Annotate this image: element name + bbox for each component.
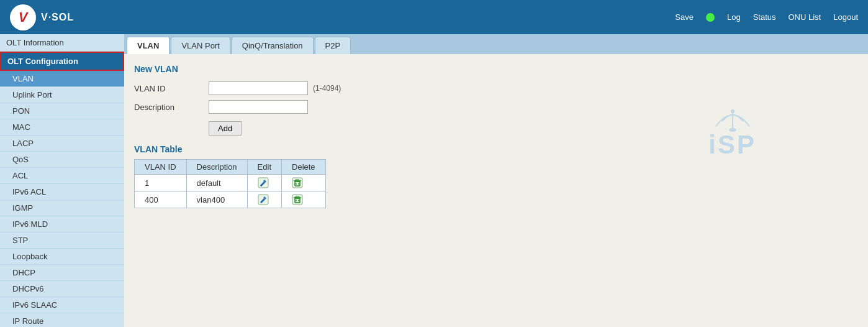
status-link[interactable]: Status — [753, 12, 776, 22]
description-label: Description — [134, 103, 209, 112]
main-layout: OLT Information OLT Configuration VLAN U… — [0, 34, 868, 327]
col-header-delete: Delete — [282, 160, 326, 175]
delete-cell — [282, 175, 326, 191]
sidebar-item-stp[interactable]: STP — [0, 233, 124, 249]
sidebar-item-acl[interactable]: ACL — [0, 168, 124, 184]
sidebar-item-dhcp[interactable]: DHCP — [0, 265, 124, 281]
sidebar-item-mac[interactable]: MAC — [0, 119, 124, 136]
status-indicator — [706, 13, 715, 22]
add-button[interactable]: Add — [209, 121, 242, 136]
description-cell: default — [186, 175, 247, 191]
new-vlan-title: New VLAN — [134, 64, 858, 74]
tab-p2p[interactable]: P2P — [315, 37, 351, 54]
save-button[interactable]: Save — [675, 12, 694, 22]
tab-qinq-translation[interactable]: QinQ/Translation — [232, 37, 314, 54]
logo-circle: V — [10, 4, 36, 30]
description-row: Description — [134, 100, 858, 114]
tab-vlan-port[interactable]: VLAN Port — [171, 37, 230, 54]
sidebar-item-ipv6-acl[interactable]: IPv6 ACL — [0, 184, 124, 200]
sidebar-item-igmp[interactable]: IGMP — [0, 200, 124, 216]
sidebar-item-ipv6-mld[interactable]: IPv6 MLD — [0, 216, 124, 233]
tab-vlan[interactable]: VLAN — [127, 37, 170, 54]
description-input[interactable] — [209, 100, 308, 114]
tab-bar: VLAN VLAN Port QinQ/Translation P2P — [124, 34, 868, 54]
logo-area: V V·SOL — [10, 4, 134, 30]
sidebar-olt-info[interactable]: OLT Information — [0, 34, 124, 52]
top-right-nav: Save Log Status ONU List Logout — [675, 12, 858, 22]
delete-button-row1[interactable] — [292, 177, 303, 188]
sidebar-olt-config[interactable]: OLT Configuration — [0, 52, 124, 71]
delete-button-row2[interactable] — [292, 194, 303, 205]
edit-button-row1[interactable] — [258, 177, 269, 188]
vlan-id-hint: (1-4094) — [313, 84, 341, 93]
sidebar-item-ipv6-slaac[interactable]: IPv6 SLAAC — [0, 297, 124, 313]
sidebar-item-uplink-port[interactable]: Uplink Port — [0, 87, 124, 103]
sidebar-item-dhcpv6[interactable]: DHCPv6 — [0, 281, 124, 297]
vlan-id-input[interactable] — [209, 81, 308, 95]
content-area: VLAN VLAN Port QinQ/Translation P2P New … — [124, 34, 868, 327]
sidebar-item-lacp[interactable]: LACP — [0, 136, 124, 152]
logo-v-icon: V — [19, 9, 28, 25]
onu-list-link[interactable]: ONU List — [789, 12, 821, 22]
vlan-id-cell: 400 — [135, 191, 187, 208]
vlan-id-label: VLAN ID — [134, 84, 209, 93]
brand-name: V·SOL — [41, 12, 74, 23]
sidebar-item-qos[interactable]: QoS — [0, 152, 124, 168]
content-body: New VLAN VLAN ID (1-4094) Description Ad… — [124, 54, 868, 327]
col-header-edit: Edit — [247, 160, 281, 175]
table-row: 1 default — [135, 175, 326, 191]
delete-icon — [292, 177, 303, 188]
edit-button-row2[interactable] — [258, 194, 269, 205]
edit-cell — [247, 191, 281, 208]
sidebar: OLT Information OLT Configuration VLAN U… — [0, 34, 124, 327]
col-header-vlan-id: VLAN ID — [135, 160, 187, 175]
vlan-table-title: VLAN Table — [134, 144, 858, 154]
description-cell: vlan400 — [186, 191, 247, 208]
sidebar-item-loopback[interactable]: Loopback — [0, 249, 124, 265]
sidebar-item-ip-route[interactable]: IP Route — [0, 313, 124, 327]
svg-point-15 — [729, 128, 736, 132]
col-header-description: Description — [186, 160, 247, 175]
sidebar-item-vlan[interactable]: VLAN — [0, 71, 124, 87]
table-row: 400 vlan400 — [135, 191, 326, 208]
log-link[interactable]: Log — [727, 12, 741, 22]
delete-icon — [292, 194, 303, 205]
vlan-id-row: VLAN ID (1-4094) — [134, 81, 858, 95]
edit-icon — [258, 177, 269, 188]
delete-cell — [282, 191, 326, 208]
edit-cell — [247, 175, 281, 191]
vlan-id-cell: 1 — [135, 175, 187, 191]
sidebar-item-pon[interactable]: PON — [0, 103, 124, 119]
top-header: V V·SOL Save Log Status ONU List Logout — [0, 0, 868, 34]
vlan-table: VLAN ID Description Edit Delete 1 defaul… — [134, 159, 326, 208]
edit-icon — [258, 194, 269, 205]
logout-link[interactable]: Logout — [833, 12, 858, 22]
